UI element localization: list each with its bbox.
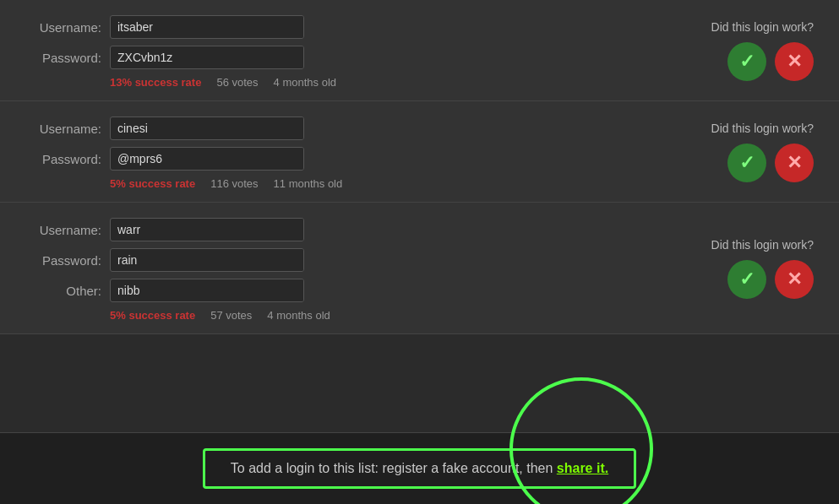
no-button-1[interactable] [775, 42, 814, 81]
right-section-2: Did this login work? [711, 122, 814, 182]
votes-1: 56 votes [216, 76, 258, 89]
votes-2: 116 votes [210, 177, 258, 190]
share-link[interactable]: share it. [557, 461, 608, 475]
login-card-3: Username: warr Password: rain Other: nib… [0, 203, 839, 334]
username-label-3: Username: [25, 223, 101, 237]
username-label-1: Username: [25, 20, 101, 35]
checkmark-icon-2 [739, 152, 755, 174]
yes-button-1[interactable] [727, 42, 766, 81]
password-label-3: Password: [25, 253, 101, 268]
other-label-3: Other: [25, 284, 101, 298]
age-3: 4 months old [267, 309, 330, 322]
checkmark-icon-3 [739, 268, 755, 290]
username-field-1: itsaber [110, 15, 304, 39]
yes-button-3[interactable] [727, 260, 766, 299]
vote-buttons-1 [727, 42, 814, 81]
success-rate-2: 5% success rate [110, 177, 195, 190]
checkmark-icon-1 [739, 51, 755, 73]
xmark-icon-1 [787, 51, 802, 73]
password-field-2: @mprs6 [110, 147, 304, 171]
votes-3: 57 votes [210, 309, 252, 322]
username-label-2: Username: [25, 122, 101, 136]
password-label-1: Password: [25, 51, 101, 65]
password-field-3: rain [110, 248, 304, 272]
age-1: 4 months old [274, 76, 336, 89]
vote-buttons-3 [727, 260, 814, 299]
xmark-icon-3 [787, 268, 802, 290]
yes-button-2[interactable] [727, 144, 766, 182]
success-rate-3: 5% success rate [110, 309, 195, 322]
password-label-2: Password: [25, 152, 101, 166]
vote-buttons-2 [727, 144, 814, 182]
success-rate-1: 13% success rate [110, 76, 201, 89]
did-this-work-label-3: Did this login work? [711, 238, 814, 252]
age-2: 11 months old [274, 177, 343, 190]
right-section-3: Did this login work? [711, 238, 814, 299]
login-card-1: Username: itsaber Password: ZXCvbn1z 13%… [0, 0, 839, 101]
bottom-bar-content: To add a login to this list: register a … [203, 448, 636, 489]
did-this-work-label-1: Did this login work? [711, 20, 814, 34]
password-field-1: ZXCvbn1z [110, 46, 304, 69]
did-this-work-label-2: Did this login work? [711, 122, 814, 135]
bottom-bar-text: To add a login to this list: register a … [231, 461, 557, 475]
no-button-3[interactable] [775, 260, 814, 299]
username-field-2: cinesi [110, 117, 304, 140]
login-card-2: Username: cinesi Password: @mprs6 5% suc… [0, 101, 839, 203]
right-section-1: Did this login work? [711, 20, 814, 81]
username-field-3: warr [110, 218, 304, 241]
bottom-bar: To add a login to this list: register a … [0, 432, 839, 504]
other-field-3: nibb [110, 279, 304, 302]
no-button-2[interactable] [775, 144, 814, 182]
xmark-icon-2 [787, 152, 802, 174]
